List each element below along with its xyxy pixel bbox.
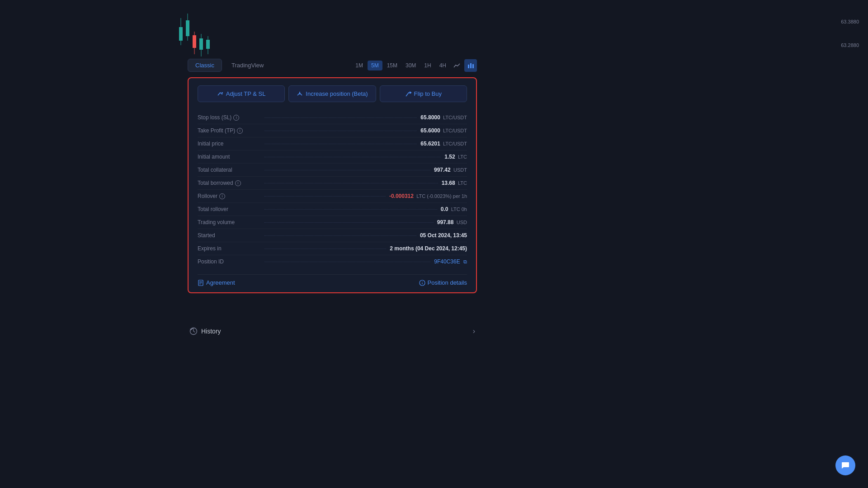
position-details-link[interactable]: Position details [419, 279, 467, 286]
initial-amount-value: 1.52 LTC [444, 154, 467, 160]
total-borrowed-info-icon[interactable]: i [235, 180, 241, 186]
total-borrowed-dots [264, 183, 438, 183]
flip-icon [405, 91, 411, 97]
position-id-value: 9F40C36E ⧉ [434, 258, 467, 265]
history-chevron-icon: › [473, 327, 475, 335]
started-label: Started [198, 232, 261, 239]
rollover-row: Rollover i -0.000312 LTC (-0.0023%) per … [198, 190, 467, 203]
total-collateral-row: Total collateral 997.42 USDT [198, 164, 467, 177]
total-collateral-dots [264, 170, 430, 170]
chat-button[interactable] [835, 455, 855, 475]
initial-price-value: 65.6201 LTC/USDT [420, 141, 467, 147]
price-label-top: 63.3880 [841, 19, 859, 24]
take-profit-label: Take Profit (TP) i [198, 127, 261, 134]
stop-loss-dots [264, 117, 417, 118]
tab-tradingview[interactable]: TradingView [224, 59, 272, 72]
total-borrowed-row: Total borrowed i 13.68 LTC [198, 177, 467, 190]
history-icon [189, 327, 198, 335]
price-label-bottom: 63.2880 [841, 42, 859, 48]
stop-loss-info-icon[interactable]: i [233, 115, 239, 121]
take-profit-info-icon[interactable]: i [237, 128, 243, 134]
tab-classic[interactable]: Classic [188, 59, 222, 72]
position-details-icon [419, 280, 425, 286]
tf-15m[interactable]: 15M [383, 61, 401, 70]
svg-rect-3 [186, 20, 189, 36]
total-collateral-label: Total collateral [198, 167, 261, 173]
trading-volume-row: Trading volume 997.88 USD [198, 216, 467, 229]
total-rollover-value: 0.0 LTC 0h [441, 206, 467, 212]
take-profit-value: 65.6000 LTC/USDT [420, 127, 467, 134]
position-id-label: Position ID [198, 258, 261, 265]
total-rollover-label: Total rollover [198, 206, 261, 212]
tf-1h[interactable]: 1H [420, 61, 434, 70]
main-panel: Classic TradingView 1M 5M 15M 30M 1H 4H [188, 59, 477, 293]
position-id-row: Position ID 9F40C36E ⧉ [198, 255, 467, 268]
increase-position-button[interactable]: Increase position (Beta) [288, 85, 376, 102]
initial-price-row: Initial price 65.6201 LTC/USDT [198, 137, 467, 150]
increase-icon [297, 91, 303, 97]
take-profit-row: Take Profit (TP) i 65.6000 LTC/USDT [198, 124, 467, 137]
trading-volume-dots [264, 222, 434, 223]
total-borrowed-label: Total borrowed i [198, 180, 261, 186]
initial-price-dots [264, 144, 417, 144]
svg-rect-1 [179, 27, 183, 41]
rollover-value: -0.000312 LTC (-0.0023%) per 1h [389, 193, 467, 199]
tab-bar: Classic TradingView 1M 5M 15M 30M 1H 4H [188, 59, 477, 75]
tf-4h[interactable]: 4H [436, 61, 450, 70]
total-collateral-value: 997.42 USDT [434, 167, 467, 173]
expires-dots [264, 249, 386, 249]
rollover-label: Rollover i [198, 193, 261, 199]
take-profit-dots [264, 131, 417, 131]
initial-amount-label: Initial amount [198, 154, 261, 160]
copy-icon[interactable]: ⧉ [463, 259, 467, 264]
total-borrowed-value: 13.68 LTC [442, 180, 467, 186]
tf-30m[interactable]: 30M [402, 61, 420, 70]
svg-rect-11 [470, 63, 472, 68]
expires-label: Expires in [198, 245, 261, 252]
started-row: Started 05 Oct 2024, 13:45 [198, 229, 467, 242]
agreement-icon [198, 280, 204, 286]
svg-rect-12 [472, 64, 474, 68]
tf-1m[interactable]: 1M [352, 61, 367, 70]
svg-rect-7 [199, 38, 203, 50]
adjust-tp-sl-button[interactable]: Adjust TP & SL [198, 85, 285, 102]
svg-rect-10 [468, 65, 469, 68]
card-footer: Agreement Position details [198, 274, 467, 286]
history-row[interactable]: History › [188, 319, 477, 343]
bar-chart-icon[interactable] [464, 59, 477, 72]
started-value: 05 Oct 2024, 13:45 [420, 232, 467, 239]
expires-value: 2 months (04 Dec 2024, 12:45) [390, 245, 467, 252]
svg-rect-5 [193, 35, 196, 48]
rollover-info-icon[interactable]: i [219, 193, 225, 199]
initial-amount-row: Initial amount 1.52 LTC [198, 150, 467, 164]
total-rollover-row: Total rollover 0.0 LTC 0h [198, 203, 467, 216]
initial-price-label: Initial price [198, 141, 261, 147]
timeframe-group: 1M 5M 15M 30M 1H 4H [352, 59, 477, 72]
stop-loss-row: Stop loss (SL) i 65.8000 LTC/USDT [198, 111, 467, 124]
adjust-icon [217, 91, 223, 97]
trading-volume-label: Trading volume [198, 219, 261, 225]
data-rows: Stop loss (SL) i 65.8000 LTC/USDT Take P… [198, 111, 467, 268]
tf-5m[interactable]: 5M [368, 61, 382, 70]
position-card: Adjust TP & SL Increase position (Beta) … [188, 77, 477, 293]
svg-rect-9 [206, 40, 210, 49]
rollover-dots [264, 196, 386, 197]
history-left: History [189, 327, 221, 335]
chat-icon [841, 461, 850, 470]
expires-row: Expires in 2 months (04 Dec 2024, 12:45) [198, 242, 467, 255]
agreement-link[interactable]: Agreement [198, 279, 235, 286]
line-chart-icon[interactable] [451, 59, 463, 72]
action-buttons-row: Adjust TP & SL Increase position (Beta) … [198, 85, 467, 102]
started-dots [264, 235, 416, 236]
initial-amount-dots [264, 157, 441, 157]
trading-volume-value: 997.88 USD [437, 219, 467, 225]
flip-to-buy-button[interactable]: Flip to Buy [380, 85, 467, 102]
total-rollover-dots [264, 209, 437, 210]
position-id-dots [264, 262, 430, 262]
stop-loss-label: Stop loss (SL) i [198, 114, 261, 121]
stop-loss-value: 65.8000 LTC/USDT [420, 114, 467, 121]
